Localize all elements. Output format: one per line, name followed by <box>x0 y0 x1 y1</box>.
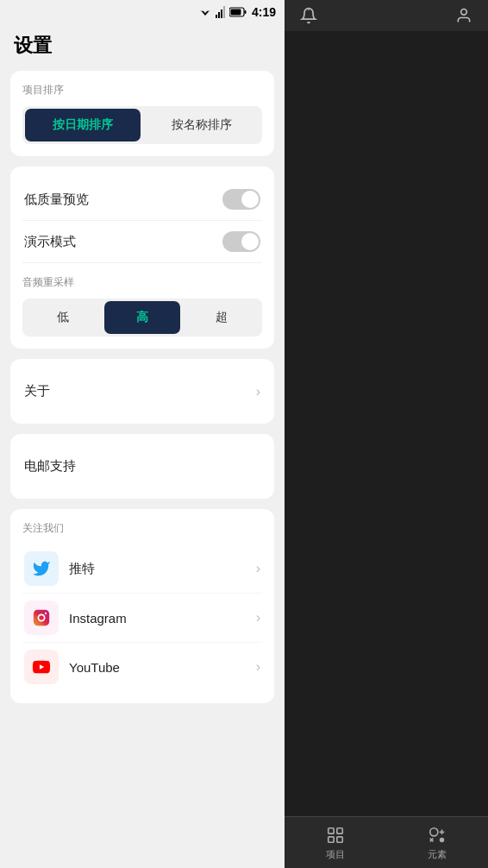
battery-icon <box>229 7 247 17</box>
nav-elements[interactable]: 元素 <box>386 824 488 861</box>
demo-mode-toggle[interactable] <box>222 231 260 252</box>
svg-point-19 <box>430 828 438 836</box>
svg-point-20 <box>440 838 445 843</box>
nav-projects[interactable]: 项目 <box>285 824 386 861</box>
low-quality-row: 低质量预览 <box>22 179 262 221</box>
toggle-section: 低质量预览 演示模式 音频重采样 低 高 超 <box>10 167 274 349</box>
projects-icon <box>324 824 347 846</box>
twitter-chevron: › <box>256 561 260 576</box>
twitter-name: 推特 <box>69 561 95 577</box>
svg-rect-3 <box>218 12 220 18</box>
projects-label: 项目 <box>326 848 345 861</box>
youtube-left: YouTube <box>24 650 120 684</box>
elements-icon <box>426 824 448 846</box>
youtube-item[interactable]: YouTube › <box>22 643 262 691</box>
sort-section: 项目排序 按日期排序 按名称排序 <box>10 71 274 156</box>
instagram-icon <box>24 601 59 635</box>
audio-buttons: 低 高 超 <box>22 299 262 337</box>
right-main-content <box>285 31 488 816</box>
svg-point-13 <box>308 9 310 11</box>
demo-mode-row: 演示模式 <box>22 221 262 263</box>
wifi-icon <box>198 7 212 17</box>
demo-mode-label: 演示模式 <box>24 234 76 250</box>
twitter-icon <box>24 551 59 586</box>
youtube-name: YouTube <box>69 660 120 675</box>
twitter-item[interactable]: 推特 › <box>22 544 262 594</box>
about-item[interactable]: 关于 › <box>22 371 262 412</box>
youtube-icon <box>24 650 59 684</box>
audio-high-button[interactable]: 高 <box>104 301 180 334</box>
instagram-chevron: › <box>256 610 260 626</box>
about-label: 关于 <box>24 383 50 399</box>
svg-rect-5 <box>223 6 225 18</box>
sort-buttons: 按日期排序 按名称排序 <box>22 106 262 144</box>
right-panel: 项目 元素 <box>285 0 488 868</box>
settings-panel: 4:19 设置 项目排序 按日期排序 按名称排序 低质量预览 演示模式 音频重采… <box>0 0 285 868</box>
svg-rect-16 <box>337 828 342 833</box>
audio-super-button[interactable]: 超 <box>184 301 260 334</box>
email-support-section: 电邮支持 <box>10 434 274 499</box>
svg-rect-7 <box>244 10 246 14</box>
svg-rect-2 <box>216 15 217 18</box>
sort-section-label: 项目排序 <box>22 83 262 97</box>
youtube-chevron: › <box>256 659 260 675</box>
svg-rect-17 <box>328 837 334 842</box>
instagram-left: Instagram <box>24 601 127 635</box>
svg-rect-18 <box>337 837 342 842</box>
svg-point-11 <box>45 613 47 614</box>
svg-marker-1 <box>202 11 209 16</box>
low-quality-toggle[interactable] <box>222 189 260 210</box>
profile-icon-btn[interactable] <box>448 0 479 31</box>
svg-rect-9 <box>34 610 49 626</box>
instagram-name: Instagram <box>69 611 127 626</box>
notification-icon-btn[interactable] <box>293 0 324 31</box>
svg-point-14 <box>461 9 467 16</box>
email-support-item[interactable]: 电邮支持 <box>22 446 262 487</box>
page-title: 设置 <box>0 24 285 71</box>
sort-by-name-button[interactable]: 按名称排序 <box>144 109 260 142</box>
bottom-nav: 项目 元素 <box>285 816 488 868</box>
svg-rect-4 <box>221 9 222 18</box>
about-chevron: › <box>256 384 260 399</box>
audio-section-label: 音频重采样 <box>22 275 262 290</box>
svg-rect-8 <box>230 9 241 16</box>
twitter-left: 推特 <box>24 551 95 586</box>
audio-low-button[interactable]: 低 <box>25 301 101 334</box>
status-icons: 4:19 <box>198 5 276 19</box>
low-quality-label: 低质量预览 <box>24 192 89 208</box>
time-display: 4:19 <box>252 5 276 19</box>
instagram-item[interactable]: Instagram › <box>22 594 262 643</box>
status-bar: 4:19 <box>0 0 285 24</box>
elements-label: 元素 <box>428 848 447 861</box>
right-top-bar <box>285 0 488 31</box>
email-support-label: 电邮支持 <box>24 458 76 475</box>
svg-rect-15 <box>328 828 334 833</box>
about-section: 关于 › <box>10 359 274 424</box>
follow-section: 关注我们 推特 › <box>10 509 274 703</box>
sort-by-date-button[interactable]: 按日期排序 <box>25 109 141 142</box>
signal-icon <box>216 6 226 18</box>
follow-section-label: 关注我们 <box>22 521 262 536</box>
